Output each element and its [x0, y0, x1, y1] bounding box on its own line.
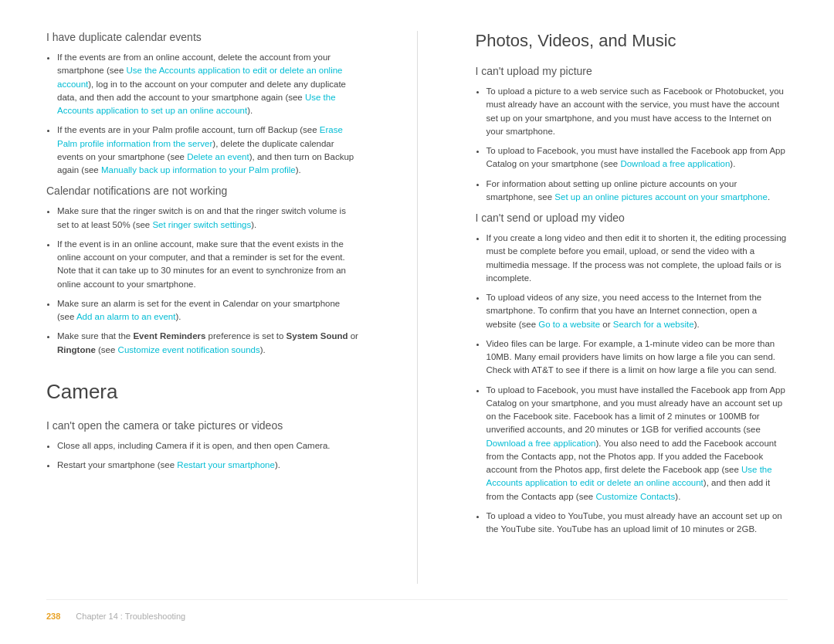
list-item: If you create a long video and then edit…: [486, 232, 788, 285]
section-duplicate-events: I have duplicate calendar events If the …: [46, 31, 359, 177]
list-item: Video files can be large. For example, a…: [486, 337, 788, 378]
section-upload-picture-list: To upload a picture to a web service suc…: [476, 85, 788, 204]
link-add-alarm[interactable]: Add an alarm to an event: [76, 312, 176, 321]
link-manual-backup[interactable]: Manually back up information to your Pal…: [101, 165, 296, 175]
photos-videos-music-title: Photos, Videos, and Music: [476, 31, 788, 51]
list-item: Close all apps, including Camera if it i…: [57, 439, 359, 452]
link-delete-event[interactable]: Delete an event: [187, 152, 249, 161]
link-download-free-app-2[interactable]: Download a free application: [486, 439, 596, 448]
list-item: To upload a picture to a web service suc…: [486, 85, 788, 138]
link-download-free-app-1[interactable]: Download a free application: [620, 159, 730, 168]
link-customize-notifications[interactable]: Customize event notification sounds: [118, 345, 260, 354]
section-upload-picture-title: I can't upload my picture: [476, 65, 788, 77]
section-upload-video-title: I can't send or upload my video: [476, 212, 788, 224]
link-setup-pictures-account[interactable]: Set up an online pictures account on you…: [554, 192, 768, 202]
list-item: Make sure an alarm is set for the event …: [57, 297, 359, 324]
footer-page-number: 238: [46, 612, 60, 621]
link-go-to-website[interactable]: Go to a website: [538, 320, 600, 329]
section-upload-picture: I can't upload my picture To upload a pi…: [476, 65, 788, 204]
link-accounts-edit-delete[interactable]: Use the Accounts application to edit or …: [57, 66, 343, 88]
link-search-website[interactable]: Search for a website: [613, 320, 694, 329]
section-calendar-notifications-list: Make sure that the ringer switch is on a…: [46, 205, 359, 357]
list-item: For information about setting up online …: [486, 178, 788, 205]
link-restart-smartphone[interactable]: Restart your smartphone: [177, 460, 275, 469]
page: I have duplicate calendar events If the …: [0, 0, 834, 644]
list-item: Make sure that the ringer switch is on a…: [57, 205, 359, 232]
section-upload-video: I can't send or upload my video If you c…: [476, 212, 788, 536]
section-camera: Camera I can't open the camera or take p…: [46, 380, 359, 473]
camera-title: Camera: [46, 380, 359, 404]
list-item: To upload a video to YouTube, you must a…: [486, 510, 788, 537]
footer: 238 Chapter 14 : Troubleshooting: [46, 599, 788, 621]
right-column: Photos, Videos, and Music I can't upload…: [476, 31, 788, 584]
bold-event-reminders: Event Reminders: [133, 331, 205, 341]
list-item: Make sure that the Event Reminders prefe…: [57, 330, 359, 357]
list-item: If the events are in your Palm profile a…: [57, 124, 359, 177]
list-item: Restart your smartphone (see Restart you…: [57, 459, 359, 472]
list-item: To upload to Facebook, you must have ins…: [486, 384, 788, 503]
list-item: To upload to Facebook, you must have ins…: [486, 144, 788, 171]
left-column: I have duplicate calendar events If the …: [46, 31, 359, 584]
list-item: If the event is in an online account, ma…: [57, 238, 359, 291]
section-upload-video-list: If you create a long video and then edit…: [476, 232, 788, 536]
section-calendar-notifications-title: Calendar notifications are not working: [46, 185, 359, 197]
section-duplicate-events-title: I have duplicate calendar events: [46, 31, 359, 43]
section-duplicate-events-list: If the events are from an online account…: [46, 51, 359, 177]
bold-ringtone: Ringtone: [57, 345, 96, 354]
link-accounts-edit-delete-2[interactable]: Use the Accounts application to edit or …: [486, 465, 772, 487]
columns: I have duplicate calendar events If the …: [46, 31, 788, 584]
bold-system-sound: System Sound: [286, 331, 348, 341]
section-calendar-notifications: Calendar notifications are not working M…: [46, 185, 359, 357]
section-camera-subtitle: I can't open the camera or take pictures…: [46, 419, 359, 432]
link-ringer-settings[interactable]: Set ringer switch settings: [152, 220, 251, 229]
link-erase-palm[interactable]: Erase Palm profile information from the …: [57, 125, 343, 147]
section-camera-list: Close all apps, including Camera if it i…: [46, 439, 359, 473]
footer-chapter: Chapter 14 : Troubleshooting: [76, 612, 185, 621]
link-accounts-setup[interactable]: Use the Accounts application to set up a…: [57, 93, 336, 115]
list-item: To upload videos of any size, you need a…: [486, 291, 788, 331]
list-item: If the events are from an online account…: [57, 51, 359, 117]
link-customize-contacts[interactable]: Customize Contacts: [595, 492, 675, 501]
column-divider: [417, 31, 418, 584]
